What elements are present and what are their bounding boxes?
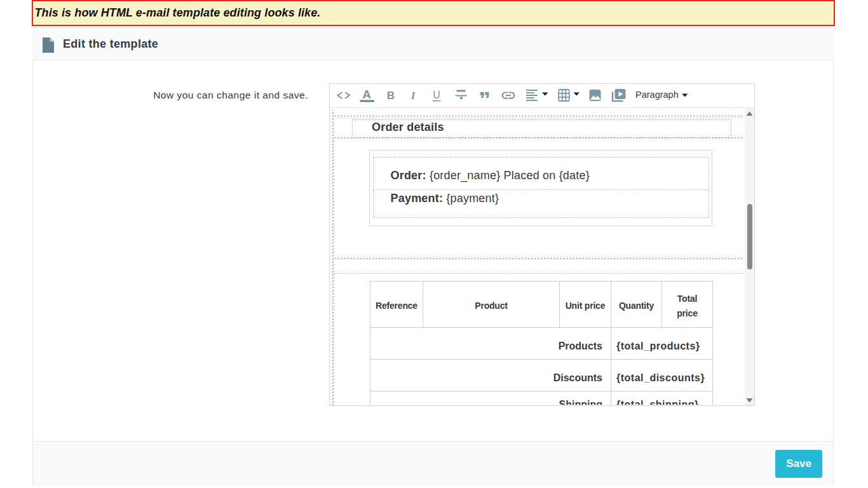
svg-text:A: A: [362, 88, 371, 101]
svg-text:U: U: [433, 90, 440, 100]
svg-text:B: B: [387, 90, 395, 102]
svg-text:Paragraph: Paragraph: [635, 90, 679, 100]
svg-text:I: I: [410, 90, 416, 102]
